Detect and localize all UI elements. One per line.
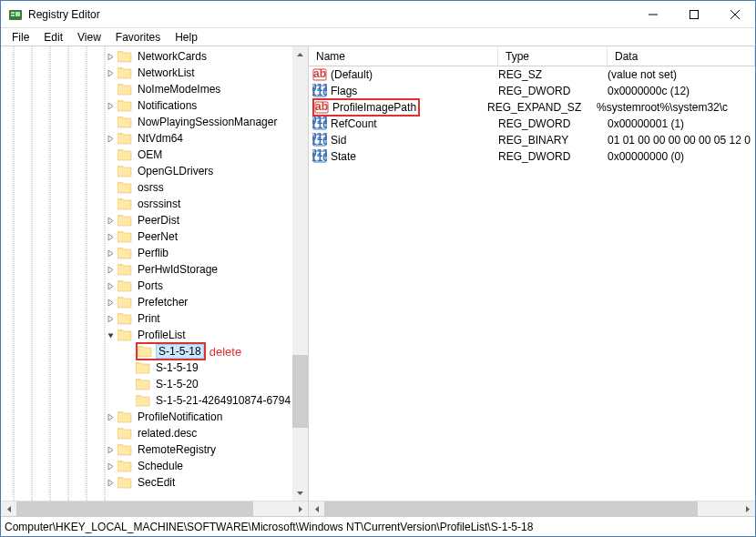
tree-item[interactable]: SecEdit [1,474,308,491]
tree-label[interactable]: NtVdm64 [136,132,185,145]
expander-icon[interactable] [103,82,117,96]
tree-label[interactable]: NetworkList [136,66,197,79]
expander-icon[interactable] [103,147,117,162]
menu-file[interactable]: File [5,29,36,46]
scroll-thumb[interactable] [324,502,698,517]
tree-item[interactable]: ProfileNotification [1,409,308,425]
tree-label[interactable]: OpenGLDrivers [136,165,215,177]
tree-label[interactable]: Schedule [136,460,185,472]
tree-label[interactable]: PeerDist [136,214,181,227]
expander-icon[interactable] [103,459,117,473]
expander-icon[interactable] [103,475,117,490]
tree-item[interactable]: PeerNet [1,228,308,245]
tree-item[interactable]: related.desc [1,425,308,441]
menu-edit[interactable]: Edit [36,29,70,46]
header-data[interactable]: Data [608,46,755,66]
tree-item[interactable]: RemoteRegistry [1,441,308,458]
tree-item[interactable]: OEM [1,147,308,163]
tree-label[interactable]: Prefetcher [136,296,189,309]
tree-label[interactable]: Print [136,312,162,325]
tree-item[interactable]: NoImeModeImes [1,81,308,97]
tree-label[interactable]: S-1-5-18 [156,344,204,359]
tree-item[interactable]: PerHwIdStorage [1,261,308,278]
value-row[interactable]: ab(Default)REG_SZ(value not set) [309,66,755,83]
tree-label[interactable]: related.desc [136,427,199,440]
close-button[interactable] [714,1,755,27]
tree-label[interactable]: osrssinst [136,198,182,210]
expander-icon[interactable] [103,295,117,309]
tree-item[interactable]: ProfileList [1,327,308,343]
tree-label[interactable]: Ports [136,279,165,292]
expander-icon[interactable] [121,344,136,359]
tree-item[interactable]: NetworkCards [1,48,308,65]
menu-view[interactable]: View [70,29,108,46]
expander-icon[interactable] [103,197,117,211]
tree-item[interactable]: osrssinst [1,196,308,212]
scroll-right-button[interactable] [740,502,755,517]
tree-item[interactable]: Notifications [1,97,308,114]
minimize-button[interactable] [632,1,673,27]
value-row[interactable]: abProfileImagePathREG_EXPAND_SZ%systemro… [309,99,755,116]
tree-label[interactable]: PerHwIdStorage [136,263,220,276]
tree-label[interactable]: S-1-5-20 [154,378,200,390]
tree-item[interactable]: OpenGLDrivers [1,163,308,179]
scroll-down-button[interactable] [292,485,308,501]
tree-item[interactable]: Print [1,310,308,327]
tree-item[interactable]: Perflib [1,245,308,261]
scroll-track[interactable] [292,62,308,485]
value-row[interactable]: 011110FlagsREG_DWORD0x0000000c (12) [309,83,755,99]
tree-label[interactable]: S-1-5-19 [154,361,200,374]
tree-label[interactable]: ProfileList [136,329,188,341]
expander-icon[interactable] [103,164,117,178]
scroll-right-button[interactable] [292,502,308,517]
tree-label[interactable]: NetworkCards [136,50,209,63]
registry-tree[interactable]: NetworkCardsNetworkListNoImeModeImesNoti… [1,46,308,501]
tree-item[interactable]: S-1-5-18delete [1,343,308,360]
scroll-thumb[interactable] [16,502,253,517]
tree-horizontal-scrollbar[interactable] [1,501,308,516]
tree-label[interactable]: ProfileNotification [136,410,224,423]
expander-icon[interactable] [103,229,117,244]
expander-icon[interactable] [121,377,136,391]
value-row[interactable]: 011110StateREG_DWORD0x00000000 (0) [309,148,755,165]
tree-item[interactable]: osrss [1,179,308,196]
header-type[interactable]: Type [498,46,608,66]
scroll-left-button[interactable] [309,502,324,517]
tree-vertical-scrollbar[interactable] [292,46,308,501]
menu-favorites[interactable]: Favorites [108,29,168,46]
tree-label[interactable]: OEM [136,148,164,161]
scroll-up-button[interactable] [292,46,308,62]
expander-icon[interactable] [103,115,117,129]
scroll-track[interactable] [324,502,740,517]
expander-icon[interactable] [103,66,117,80]
expander-icon[interactable] [103,426,117,441]
tree-label[interactable]: osrss [136,181,166,194]
values-list[interactable]: ab(Default)REG_SZ(value not set)011110Fl… [309,66,755,501]
tree-item[interactable]: NowPlayingSessionManager [1,114,308,130]
expander-icon[interactable] [103,246,117,260]
expander-icon[interactable] [103,442,117,457]
value-row[interactable]: 011110SidREG_BINARY01 01 00 00 00 00 00 … [309,132,755,148]
expander-icon[interactable] [103,311,117,326]
tree-item[interactable]: Ports [1,278,308,294]
tree-label[interactable]: SecEdit [136,476,177,489]
list-horizontal-scrollbar[interactable] [309,501,755,516]
expander-icon[interactable] [103,213,117,228]
scroll-track[interactable] [16,502,292,517]
scroll-left-button[interactable] [1,502,16,517]
tree-label[interactable]: RemoteRegistry [136,443,218,456]
expander-icon[interactable] [103,98,117,113]
expander-icon[interactable] [103,328,117,342]
expander-icon[interactable] [121,393,136,408]
tree-label[interactable]: NowPlayingSessionManager [136,116,279,128]
tree-label[interactable]: Perflib [136,247,170,259]
tree-item[interactable]: NetworkList [1,65,308,81]
value-row[interactable]: 011110RefCountREG_DWORD0x00000001 (1) [309,116,755,132]
tree-item[interactable]: S-1-5-20 [1,376,308,392]
tree-item[interactable]: S-1-5-19 [1,360,308,376]
menu-help[interactable]: Help [168,29,205,46]
tree-item[interactable]: Schedule [1,458,308,474]
tree-label[interactable]: Notifications [136,99,199,112]
expander-icon[interactable] [103,131,117,146]
expander-icon[interactable] [103,180,117,195]
